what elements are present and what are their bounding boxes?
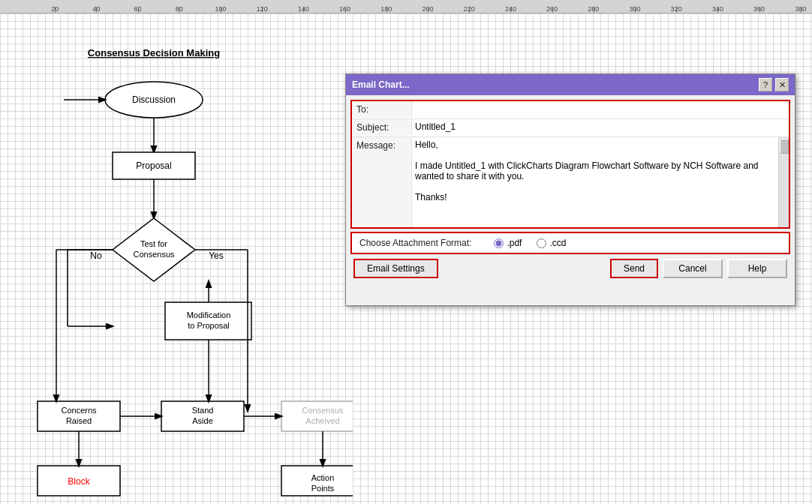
ruler: 2040608010012014016018020022024026028030…: [0, 0, 812, 14]
email-settings-button[interactable]: Email Settings: [353, 259, 438, 278]
ccd-radio[interactable]: [537, 238, 546, 248]
dialog-title: Email Chart...: [352, 80, 410, 90]
flowchart-diagram: Consensus Decision Making Discussion Pro…: [15, 32, 353, 504]
svg-text:No: No: [90, 250, 102, 261]
dialog-controls: ? ✕: [759, 78, 789, 92]
scrollbar-thumb: [780, 139, 789, 154]
dialog-body: To: Subject: Message: Hello, I made Unti…: [346, 95, 795, 287]
message-row: Message: Hello, I made Untitled_1 with C…: [352, 137, 789, 227]
subject-input[interactable]: [412, 119, 789, 134]
svg-text:Points: Points: [311, 484, 335, 493]
dialog-help-button[interactable]: ?: [759, 78, 772, 92]
to-label: To:: [352, 101, 412, 118]
message-textarea[interactable]: Hello, I made Untitled_1 with ClickChart…: [412, 137, 778, 227]
message-textarea-wrapper: Hello, I made Untitled_1 with ClickChart…: [412, 137, 789, 227]
canvas: Consensus Decision Making Discussion Pro…: [0, 14, 812, 504]
dialog-titlebar: Email Chart... ? ✕: [346, 74, 795, 95]
ccd-option[interactable]: .ccd: [537, 238, 566, 248]
cancel-button[interactable]: Cancel: [663, 259, 723, 278]
svg-text:Consensus: Consensus: [133, 250, 175, 259]
message-scrollbar[interactable]: [778, 137, 789, 227]
svg-text:Stand: Stand: [192, 406, 214, 415]
svg-text:to Proposal: to Proposal: [188, 321, 230, 330]
svg-text:Consensus: Consensus: [302, 406, 344, 415]
svg-text:Consensus Decision Making: Consensus Decision Making: [88, 47, 220, 58]
subject-label: Subject:: [352, 119, 412, 136]
dialog-close-button[interactable]: ✕: [775, 78, 789, 92]
pdf-option[interactable]: .pdf: [494, 238, 522, 248]
send-button[interactable]: Send: [610, 259, 658, 278]
svg-text:Modification: Modification: [187, 310, 231, 320]
pdf-label: .pdf: [507, 238, 522, 248]
ccd-label: .ccd: [549, 238, 566, 248]
svg-text:Action: Action: [311, 473, 335, 482]
svg-text:Block: Block: [68, 476, 90, 487]
email-form: To: Subject: Message: Hello, I made Unti…: [350, 100, 790, 229]
help-button[interactable]: Help: [727, 259, 787, 278]
svg-text:Aside: Aside: [192, 416, 213, 425]
svg-text:Raised: Raised: [66, 416, 92, 425]
svg-text:Proposal: Proposal: [136, 160, 171, 171]
to-row: To:: [352, 101, 789, 119]
to-input[interactable]: [412, 101, 789, 116]
svg-text:Concerns: Concerns: [61, 406, 97, 415]
svg-text:Yes: Yes: [209, 250, 224, 261]
svg-text:Test for: Test for: [140, 239, 167, 248]
message-label: Message:: [352, 137, 412, 227]
attachment-label: Choose Attachment Format:: [359, 238, 471, 248]
subject-row: Subject:: [352, 119, 789, 137]
attachment-format-row: Choose Attachment Format: .pdf .ccd: [350, 232, 790, 254]
pdf-radio[interactable]: [494, 238, 504, 248]
svg-text:Discussion: Discussion: [132, 94, 176, 105]
email-chart-dialog: Email Chart... ? ✕ To: Subject:: [345, 74, 795, 306]
button-row: Email Settings Send Cancel Help: [350, 254, 790, 283]
svg-text:Acheived: Acheived: [305, 416, 339, 425]
